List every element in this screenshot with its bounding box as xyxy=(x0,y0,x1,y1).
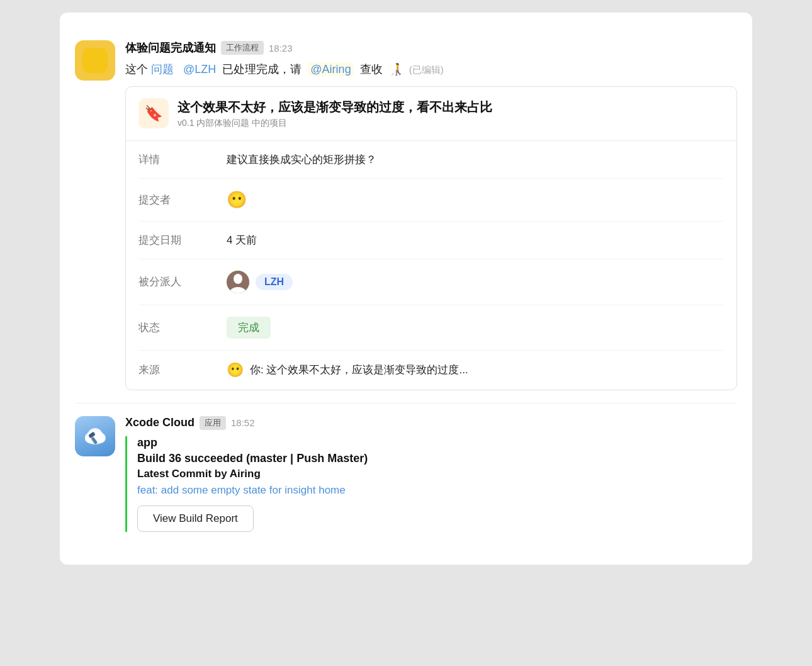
msg2-sender: Xcode Cloud xyxy=(125,416,195,429)
svg-point-3 xyxy=(234,274,242,284)
field-source: 来源 😶 你: 这个效果不太好，应该是渐变导致的过度... xyxy=(138,351,724,390)
message-2: Xcode Cloud 应用 18:52 app Build 36 succee… xyxy=(75,403,737,545)
view-build-report-button[interactable]: View Build Report xyxy=(137,505,254,532)
field-submit-date-value: 4 天前 xyxy=(227,233,257,247)
msg1-edited: (已编辑) xyxy=(409,64,444,75)
field-submitter-value: 😶 xyxy=(227,190,247,210)
xcode-commit-label: Latest Commit by Airing xyxy=(137,468,737,480)
field-status: 状态 完成 xyxy=(138,305,724,351)
field-source-label: 来源 xyxy=(138,363,227,377)
msg2-content: Xcode Cloud 应用 18:52 app Build 36 succee… xyxy=(125,416,737,532)
msg1-text: 这个 问题 @LZH 已处理完成，请 @Airing 查收 🧑‍🦯 (已编辑) xyxy=(125,60,737,79)
msg1-tag: 工作流程 xyxy=(221,41,264,55)
xcode-app-name: app xyxy=(137,436,737,449)
issue-card-title-block: 这个效果不太好，应该是渐变导致的过度，看不出来占比 v0.1 内部体验问题 中的… xyxy=(178,98,492,129)
msg1-header: 体验问题完成通知 工作流程 18:23 xyxy=(125,40,737,55)
msg1-text-prefix: 这个 xyxy=(125,63,148,76)
field-status-label: 状态 xyxy=(138,320,227,335)
field-source-value: 😶 你: 这个效果不太好，应该是渐变导致的过度... xyxy=(227,362,468,378)
field-details: 详情 建议直接换成实心的矩形拼接？ xyxy=(138,141,724,179)
msg2-tag: 应用 xyxy=(200,416,226,430)
avatar-experience-bot: 📣 xyxy=(75,40,115,81)
chat-container: 📣 体验问题完成通知 工作流程 18:23 这个 问题 @LZH 已处理完成，请… xyxy=(60,13,752,565)
field-assignee-value: LZH xyxy=(227,271,293,293)
field-submitter-label: 提交者 xyxy=(138,193,227,207)
msg2-header: Xcode Cloud 应用 18:52 xyxy=(125,416,737,430)
msg1-sender: 体验问题完成通知 xyxy=(125,40,216,55)
issue-card-header: 🔖 这个效果不太好，应该是渐变导致的过度，看不出来占比 v0.1 内部体验问题 … xyxy=(126,87,736,141)
field-submit-date: 提交日期 4 天前 xyxy=(138,222,724,259)
issue-fields: 详情 建议直接换成实心的矩形拼接？ 提交者 😶 提交日期 4 天前 xyxy=(126,141,736,390)
msg1-emoji: 🧑‍🦯 xyxy=(389,63,403,76)
message-1: 📣 体验问题完成通知 工作流程 18:23 这个 问题 @LZH 已处理完成，请… xyxy=(75,28,737,403)
issue-card-subtitle: v0.1 内部体验问题 中的项目 xyxy=(178,118,492,129)
msg1-text-suffix: 查收 xyxy=(360,63,383,76)
field-assignee-label: 被分派人 xyxy=(138,274,227,289)
issue-card-title: 这个效果不太好，应该是渐变导致的过度，看不出来占比 xyxy=(178,98,492,116)
xcode-build-info: Build 36 succeeded (master | Push Master… xyxy=(137,452,737,465)
field-details-value: 建议直接换成实心的矩形拼接？ xyxy=(227,152,376,167)
issue-card-icon: 🔖 xyxy=(138,98,169,128)
msg1-mention-airing[interactable]: @Airing xyxy=(308,62,353,76)
msg1-content: 体验问题完成通知 工作流程 18:23 这个 问题 @LZH 已处理完成，请 @… xyxy=(125,40,737,390)
issue-card: 🔖 这个效果不太好，应该是渐变导致的过度，看不出来占比 v0.1 内部体验问题 … xyxy=(125,86,737,390)
msg2-time: 18:52 xyxy=(231,417,255,428)
assignee-avatar xyxy=(227,271,249,293)
field-submit-date-label: 提交日期 xyxy=(138,233,227,247)
avatar-xcode-cloud xyxy=(75,416,115,456)
field-assignee: 被分派人 LZH xyxy=(138,259,724,305)
svg-rect-0 xyxy=(82,48,108,73)
source-text: 你: 这个效果不太好，应该是渐变导致的过度... xyxy=(250,363,468,377)
status-badge: 完成 xyxy=(227,317,271,339)
msg1-link-issue[interactable]: 问题 xyxy=(151,63,174,76)
field-submitter: 提交者 😶 xyxy=(138,179,724,222)
field-details-label: 详情 xyxy=(138,152,227,167)
msg1-mention-lzh[interactable]: @LZH xyxy=(183,63,216,76)
field-status-value: 完成 xyxy=(227,317,271,339)
xcode-body: app Build 36 succeeded (master | Push Ma… xyxy=(125,436,737,532)
source-emoji: 😶 xyxy=(227,362,244,378)
assignee-name: LZH xyxy=(256,274,293,290)
xcode-commit-msg[interactable]: feat: add some empty state for insight h… xyxy=(137,484,737,497)
msg1-text-middle: 已处理完成，请 xyxy=(222,63,302,76)
msg1-time: 18:23 xyxy=(269,43,293,54)
